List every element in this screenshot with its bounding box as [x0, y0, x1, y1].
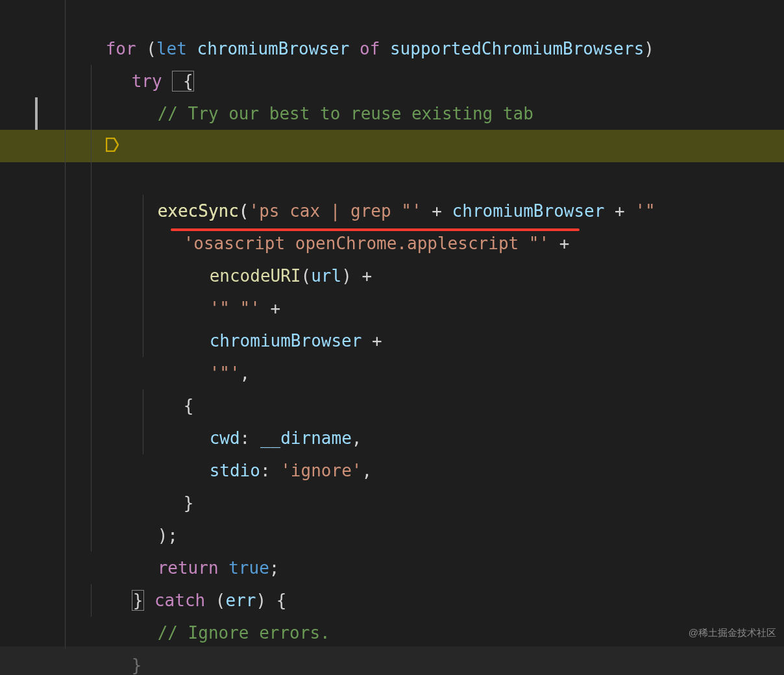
code-line[interactable]: chromiumBrowser + — [0, 292, 784, 325]
code-line[interactable]: { — [0, 357, 784, 389]
code-editor[interactable]: for (let chromiumBrowser of supportedChr… — [0, 0, 784, 649]
code-line[interactable]: } — [0, 454, 784, 487]
code-line[interactable]: try { — [0, 32, 784, 65]
watermark-text: @稀土掘金技术社区 — [689, 624, 776, 643]
code-line[interactable]: // Try our best to reuse existing tab — [0, 65, 784, 97]
code-line-current[interactable]: execSync('ps cax | grep "' + chromiumBro… — [0, 130, 784, 162]
code-line[interactable]: '" "' + — [0, 260, 784, 292]
code-line[interactable]: cwd: __dirname, — [0, 389, 784, 422]
code-line[interactable]: stdio: 'ignore', — [0, 422, 784, 454]
code-line[interactable]: 'osascript openChrome.applescript "' + — [0, 195, 784, 227]
code-line[interactable]: encodeURI(url) + — [0, 227, 784, 260]
code-line[interactable]: '"', — [0, 325, 784, 357]
code-line[interactable]: ); — [0, 487, 784, 519]
code-line[interactable]: // Ignore errors. — [0, 584, 784, 617]
code-line[interactable]: } — [0, 617, 784, 649]
code-line[interactable]: for (let chromiumBrowser of supportedChr… — [0, 0, 784, 32]
code-line[interactable]: } catch (err) { — [0, 552, 784, 584]
code-line[interactable]: return true; — [0, 519, 784, 552]
status-bar — [0, 646, 784, 675]
annotation-underline — [171, 228, 580, 231]
code-line[interactable]: execSync( — [0, 162, 784, 195]
